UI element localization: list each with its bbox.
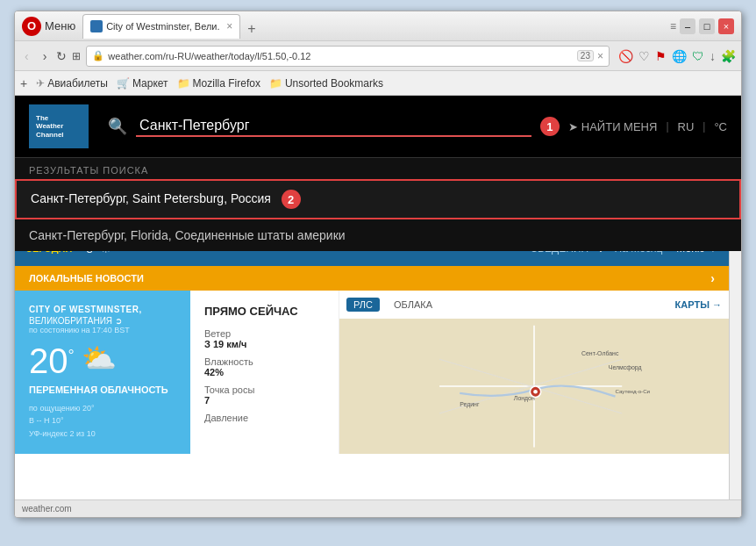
pressure-stat: Давление <box>204 413 325 423</box>
humidity-label: Влажность <box>204 356 325 367</box>
status-bar: weather.com <box>15 499 741 517</box>
orange-banner: ЛОКАЛЬНЫЕ НОВОСТИ › <box>15 266 729 291</box>
block-icon[interactable]: 🚫 <box>618 49 633 63</box>
download-icon[interactable]: ↓ <box>710 49 716 63</box>
step-badge-2: 2 <box>282 190 301 209</box>
navigation-bar: ‹ › ↻ ⊞ 🔒 weather.com/ru-RU/weather/toda… <box>15 41 741 71</box>
wind-label: Ветер <box>204 328 325 339</box>
tab-favicon <box>90 20 103 32</box>
divider: | <box>666 120 668 133</box>
dew-value: 7 <box>204 395 325 406</box>
title-bar-left: O Меню <box>22 17 75 36</box>
city-temperature: 20 ° ⛅ <box>29 341 176 381</box>
cart-icon: 🛒 <box>117 77 130 90</box>
location-icon: ➤ <box>568 120 578 133</box>
map-tab-radar[interactable]: РЛС <box>346 298 380 312</box>
map-tab-clouds[interactable]: ОБЛАКА <box>387 298 439 312</box>
address-clear-button[interactable]: × <box>597 50 603 62</box>
grid-button[interactable]: ⊞ <box>72 50 81 62</box>
title-bar: O Меню City of Westminster, Вели... × + … <box>15 11 741 41</box>
tab-close-button[interactable]: × <box>226 20 232 32</box>
bookmark-market[interactable]: 🛒 Маркет <box>117 77 168 90</box>
tab-title: City of Westminster, Вели... <box>106 21 219 32</box>
menu-label[interactable]: Меню <box>45 19 75 32</box>
left-weather-panel: CITY OF WESTMINSTER, ВЕЛИКОБРИТАНИЯ ➲ по… <box>15 291 190 454</box>
lock-icon: 🔒 <box>92 50 104 61</box>
search-result-2[interactable]: Санкт-Петербург, Florida, Соединенные шт… <box>15 219 741 251</box>
dew-stat: Точка росы 7 <box>204 384 325 406</box>
find-me-button[interactable]: ➤ НАЙТИ МЕНЯ <box>568 120 658 133</box>
humidity-stat: Влажность 42% <box>204 356 325 377</box>
folder-icon-2: 📁 <box>269 77 282 90</box>
wind-value: З 19 км/ч <box>204 339 325 349</box>
active-tab[interactable]: City of Westminster, Вели... × <box>82 14 240 39</box>
puzzle-icon[interactable]: 🧩 <box>721 49 736 63</box>
address-text: weather.com/ru-RU/weather/today/l/51.50,… <box>108 51 574 61</box>
search-container: The Weather Channel 🔍 1 ➤ НАЙТИ МЕНЯ | R… <box>15 96 741 251</box>
minimize-button[interactable]: – <box>680 18 695 34</box>
search-input[interactable] <box>136 116 531 137</box>
city-label-chelmsford: Челмсфорд <box>609 364 642 371</box>
pressure-label: Давление <box>204 413 325 423</box>
bookmark-unsorted[interactable]: 📁 Unsorted Bookmarks <box>269 77 383 90</box>
map-panel: РЛС ОБЛАКА КАРТЫ → <box>339 291 729 454</box>
maximize-button[interactable]: □ <box>699 18 715 34</box>
globe-icon[interactable]: 🌐 <box>672 49 687 63</box>
wind-stat: Ветер З 19 км/ч <box>204 328 325 349</box>
feels-like: по ощущению 20° В -- Н 10° УФ-индекс 2 и… <box>29 402 176 440</box>
add-bookmark-button[interactable]: + <box>20 76 27 90</box>
map-tabs: РЛС ОБЛАКА КАРТЫ → <box>339 291 729 319</box>
city-country: ВЕЛИКОБРИТАНИЯ ➲ <box>29 316 176 326</box>
language-button[interactable]: RU <box>678 120 695 133</box>
address-bar[interactable]: 🔒 weather.com/ru-RU/weather/today/l/51.5… <box>86 46 610 67</box>
weather-description: ПЕРЕМЕННАЯ ОБЛАЧНОСТЬ <box>29 384 176 395</box>
search-bar: The Weather Channel 🔍 1 ➤ НАЙТИ МЕНЯ | R… <box>15 96 741 157</box>
security-badge: 23 <box>577 50 594 61</box>
bookmark-flights[interactable]: ✈ Авиабилеты <box>36 77 108 90</box>
bookmark-firefox[interactable]: 📁 Mozilla Firefox <box>177 77 260 90</box>
search-result-1[interactable]: Санкт-Петербург, Saint Petersburg, Росси… <box>15 179 741 219</box>
map-tab-maps[interactable]: КАРТЫ → <box>675 299 722 310</box>
scroll-icon: ≡ <box>670 20 676 32</box>
close-window-button[interactable]: × <box>718 18 734 34</box>
orange-arrow-icon[interactable]: › <box>710 271 715 285</box>
refresh-button[interactable]: ↻ <box>56 49 67 63</box>
unit-button[interactable]: °С <box>714 120 727 133</box>
flag-red-icon[interactable]: ⚑ <box>655 49 667 63</box>
middle-stats-panel: ПРЯМО СЕЙЧАС Ветер З 19 км/ч Влажность 4… <box>190 291 339 454</box>
city-label-southend: Саутенд-о-Си <box>616 388 651 394</box>
forward-button[interactable]: › <box>39 47 52 65</box>
divider2: | <box>703 120 705 133</box>
opera-logo-icon[interactable]: O <box>22 17 41 36</box>
window-controls: ≡ – □ × <box>670 18 734 34</box>
toolbar-icons: 🚫 ♡ ⚑ 🌐 🛡 ↓ 🧩 <box>618 49 736 63</box>
new-tab-button[interactable]: + <box>242 19 260 39</box>
page-content: The Weather Channel 🔍 1 ➤ НАЙТИ МЕНЯ | R… <box>15 96 741 499</box>
weather-logo: The Weather Channel <box>29 104 89 148</box>
folder-icon: 📁 <box>177 77 190 90</box>
main-content-row: CITY OF WESTMINSTER, ВЕЛИКОБРИТАНИЯ ➲ по… <box>15 291 729 454</box>
city-label-stalbans: Сент-Олбанс <box>581 350 619 356</box>
step-badge-1: 1 <box>540 117 560 136</box>
weather-cloud-icon: ⛅ <box>82 341 117 375</box>
section-title: ПРЯМО СЕЙЧАС <box>204 305 325 318</box>
london-pin-center <box>533 390 538 394</box>
back-button[interactable]: ‹ <box>20 47 33 65</box>
city-label-reading: Рединг <box>460 401 480 408</box>
humidity-value: 42% <box>204 367 325 377</box>
dew-label: Точка росы <box>204 384 325 395</box>
city-time: по состоянию на 17:40 BST <box>29 326 176 334</box>
results-label: РЕЗУЛЬТАТЫ ПОИСКА <box>15 158 741 179</box>
plane-icon: ✈ <box>36 77 45 90</box>
tabs-area: City of Westminster, Вели... × + <box>82 14 670 39</box>
city-name: CITY OF WESTMINSTER, <box>29 305 176 314</box>
heart-icon[interactable]: ♡ <box>638 49 650 63</box>
shield-icon[interactable]: 🛡 <box>692 49 704 63</box>
bookmarks-bar: + ✈ Авиабилеты 🛒 Маркет 📁 Mozilla Firefo… <box>15 71 741 96</box>
search-icon: 🔍 <box>108 117 127 136</box>
search-dropdown: РЕЗУЛЬТАТЫ ПОИСКА Санкт-Петербург, Saint… <box>15 157 741 251</box>
map-svg: Сент-Олбанс Челмсфорд Рединг Лондон Саут… <box>339 319 729 454</box>
status-text: weather.com <box>22 504 72 514</box>
map-background: Сент-Олбанс Челмсфорд Рединг Лондон Саут… <box>339 319 729 454</box>
